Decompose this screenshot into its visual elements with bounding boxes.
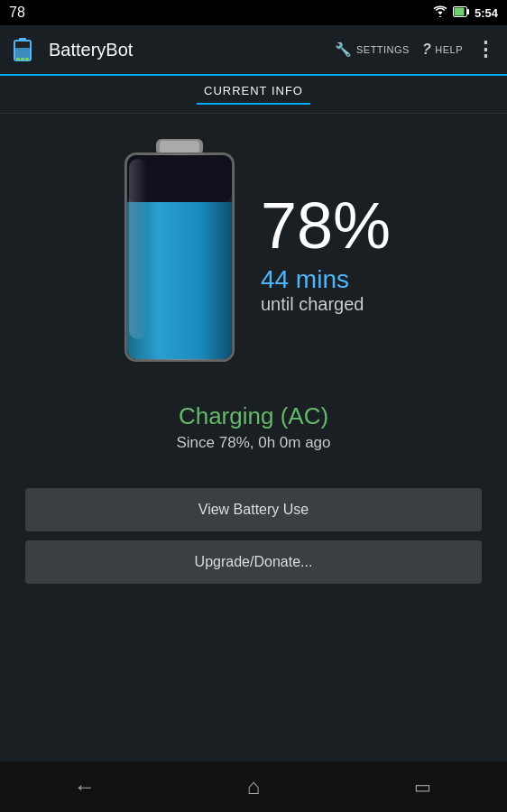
svg-rect-7	[16, 58, 20, 60]
battery-status-icon	[453, 5, 469, 21]
time-until: 44 mins	[261, 265, 364, 294]
battery-info-row: 78% 44 mins until charged	[0, 132, 507, 375]
view-battery-use-button[interactable]: View Battery Use	[25, 488, 482, 531]
nav-actions: 🔧 SETTINGS ? HELP ⋮	[335, 38, 496, 61]
charging-section: Charging (AC) Since 78%, 0h 0m ago	[176, 402, 330, 452]
app-title: BatteryBot	[49, 40, 335, 60]
time-display: 5:54	[475, 6, 498, 20]
tab-current-info[interactable]: CURRENT INFO	[197, 84, 310, 105]
svg-rect-9	[25, 58, 29, 60]
signal-strength: 78	[9, 5, 25, 21]
home-icon: ⌂	[247, 774, 261, 799]
charging-status: Charging (AC)	[179, 402, 328, 430]
svg-rect-1	[467, 9, 469, 14]
battery-right-info: 78% 44 mins until charged	[261, 193, 391, 315]
time-info: 44 mins until charged	[261, 265, 364, 315]
help-label: HELP	[435, 44, 463, 55]
main-content: 78% 44 mins until charged Charging (AC) …	[0, 114, 507, 761]
home-button[interactable]: ⌂	[226, 769, 281, 805]
svg-rect-6	[15, 42, 30, 48]
wifi-icon	[433, 5, 447, 20]
back-button[interactable]: ←	[58, 769, 112, 805]
overflow-menu-button[interactable]: ⋮	[475, 38, 496, 61]
svg-rect-2	[454, 8, 464, 16]
settings-label: SETTINGS	[356, 44, 410, 55]
battery-graphic	[116, 132, 243, 375]
tab-bar: CURRENT INFO	[0, 76, 507, 114]
status-bar-right: 5:54	[433, 5, 498, 21]
settings-button[interactable]: 🔧 SETTINGS	[335, 42, 410, 58]
nav-bar: BatteryBot 🔧 SETTINGS ? HELP ⋮	[0, 25, 507, 76]
recents-icon: ▭	[414, 776, 431, 798]
svg-rect-4	[19, 38, 26, 42]
status-bar: 78 5:54	[0, 0, 507, 25]
svg-rect-11	[160, 141, 199, 153]
app-icon	[11, 35, 40, 64]
recents-button[interactable]: ▭	[395, 769, 449, 805]
upgrade-donate-button[interactable]: Upgrade/Donate...	[25, 540, 482, 584]
buttons-section: View Battery Use Upgrade/Donate...	[25, 488, 482, 584]
bottom-nav: ← ⌂ ▭	[0, 761, 507, 812]
svg-rect-8	[21, 58, 24, 60]
charging-since: Since 78%, 0h 0m ago	[176, 434, 330, 452]
help-button[interactable]: ? HELP	[422, 42, 463, 58]
until-label: until charged	[261, 294, 364, 315]
settings-icon: 🔧	[335, 42, 353, 58]
back-icon: ←	[74, 774, 96, 799]
svg-rect-18	[129, 159, 147, 339]
battery-percent: 78%	[261, 193, 391, 258]
help-icon: ?	[422, 42, 431, 58]
